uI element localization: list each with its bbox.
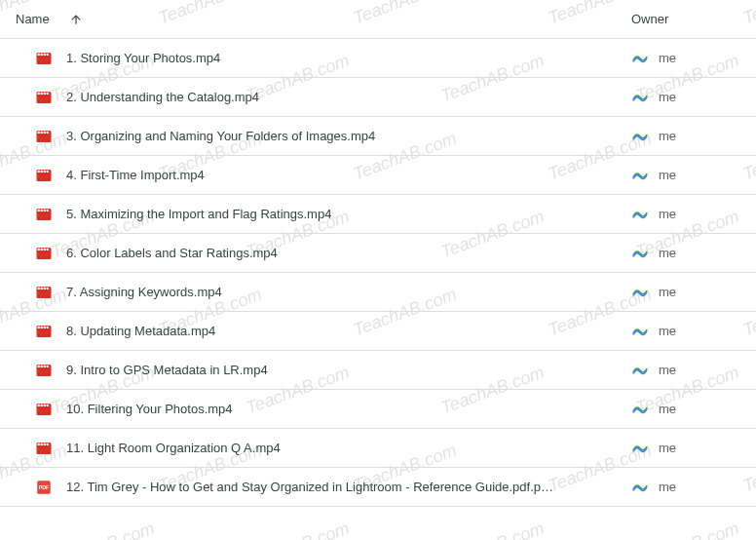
svg-rect-61 [38,443,40,444]
video-file-icon [35,440,53,457]
owner-label: me [659,441,676,455]
watermark-text: TeachAB.com [633,519,742,540]
owner-avatar-icon [631,362,649,379]
svg-rect-5 [37,56,51,63]
owner-avatar-icon [631,440,649,457]
owner-cell: me [631,167,740,184]
file-name: 6. Color Labels and Star Ratings.mp4 [66,246,278,260]
svg-rect-41 [37,289,51,297]
svg-rect-27 [44,209,46,211]
file-name-cell: 7. Assigning Keywords.mp4 [16,284,631,301]
svg-rect-37 [38,287,40,289]
name-column-label: Name [16,12,50,26]
file-name: 10. Filtering Your Photos.mp4 [66,402,233,416]
owner-cell: me [631,479,740,496]
pdf-file-icon: PDF [35,479,53,496]
owner-cell: me [631,323,740,340]
svg-rect-22 [47,170,49,172]
file-name-cell: PDF12. Tim Grey - How to Get and Stay Or… [16,479,631,496]
svg-rect-8 [41,92,43,94]
table-row[interactable]: 10. Filtering Your Photos.mp4me [0,390,756,429]
owner-label: me [659,51,676,65]
column-header-name[interactable]: Name [16,12,631,26]
table-row[interactable]: 11. Light Room Organization Q A.mp4me [0,429,756,468]
file-name-cell: 1. Storing Your Photos.mp4 [16,50,631,67]
svg-rect-50 [41,365,43,366]
svg-rect-47 [37,328,51,336]
table-row[interactable]: 6. Color Labels and Star Ratings.mp4me [0,234,756,273]
video-file-icon [35,284,53,301]
owner-label: me [659,168,676,182]
file-name-cell: 4. First-Time Import.mp4 [16,167,631,184]
svg-rect-39 [44,287,46,289]
svg-rect-20 [41,170,43,172]
file-name: 1. Storing Your Photos.mp4 [66,51,220,65]
svg-rect-26 [41,209,43,211]
file-name-cell: 9. Intro to GPS Metadata in LR.mp4 [16,362,631,379]
video-file-icon [35,362,53,379]
table-row[interactable]: 2. Understanding the Catalog.mp4me [0,78,756,117]
svg-rect-58 [47,404,49,405]
svg-rect-64 [47,443,49,444]
svg-rect-10 [47,92,49,94]
owner-label: me [659,285,676,299]
svg-rect-62 [41,443,43,444]
table-row[interactable]: 4. First-Time Import.mp4me [0,156,756,195]
svg-rect-28 [47,209,49,211]
owner-label: me [659,363,676,377]
svg-rect-65 [37,445,51,453]
svg-rect-29 [37,212,51,219]
owner-cell: me [631,284,740,301]
svg-rect-19 [38,170,40,172]
file-name-cell: 11. Light Room Organization Q A.mp4 [16,440,631,457]
svg-rect-2 [41,53,43,55]
svg-rect-56 [41,404,43,405]
svg-rect-57 [44,404,46,405]
svg-rect-49 [38,365,40,366]
file-name: 4. First-Time Import.mp4 [66,168,205,182]
owner-avatar-icon [631,284,649,301]
owner-avatar-icon [631,50,649,67]
file-name-cell: 8. Updating Metadata.mp4 [16,323,631,340]
owner-label: me [659,246,676,260]
watermark-text: TeachAB.com [49,519,158,540]
owner-cell: me [631,362,740,379]
video-file-icon [35,128,53,145]
owner-label: me [659,480,676,494]
svg-rect-4 [47,53,49,55]
svg-rect-46 [47,326,49,328]
column-header-owner[interactable]: Owner [631,12,740,26]
svg-rect-17 [37,134,51,141]
table-row[interactable]: 8. Updating Metadata.mp4me [0,312,756,351]
table-row[interactable]: PDF12. Tim Grey - How to Get and Stay Or… [0,468,756,507]
file-name-cell: 10. Filtering Your Photos.mp4 [16,401,631,418]
owner-avatar-icon [631,167,649,184]
table-row[interactable]: 7. Assigning Keywords.mp4me [0,273,756,312]
svg-rect-45 [44,326,46,328]
video-file-icon [35,167,53,184]
table-row[interactable]: 1. Storing Your Photos.mp4me [0,39,756,78]
owner-cell: me [631,89,740,106]
video-file-icon [35,206,53,223]
svg-rect-9 [44,92,46,94]
video-file-icon [35,323,53,340]
table-header-row: Name Owner [0,0,756,39]
svg-rect-32 [41,248,43,250]
table-row[interactable]: 3. Organizing and Naming Your Folders of… [0,117,756,156]
svg-rect-23 [37,173,51,180]
svg-rect-53 [37,367,51,375]
svg-rect-55 [38,404,40,405]
svg-rect-15 [44,131,46,133]
table-row[interactable]: 5. Maximizing the Import and Flag Rating… [0,195,756,234]
svg-rect-44 [41,326,43,328]
svg-rect-43 [38,326,40,328]
svg-rect-11 [37,95,51,102]
watermark-text: TeachAB.com [438,519,548,540]
svg-rect-21 [44,170,46,172]
watermark-text: TeachAB.com [244,519,353,540]
svg-rect-52 [47,365,49,366]
svg-rect-34 [47,248,49,250]
svg-rect-16 [47,131,49,133]
svg-rect-38 [41,287,43,289]
table-row[interactable]: 9. Intro to GPS Metadata in LR.mp4me [0,351,756,390]
